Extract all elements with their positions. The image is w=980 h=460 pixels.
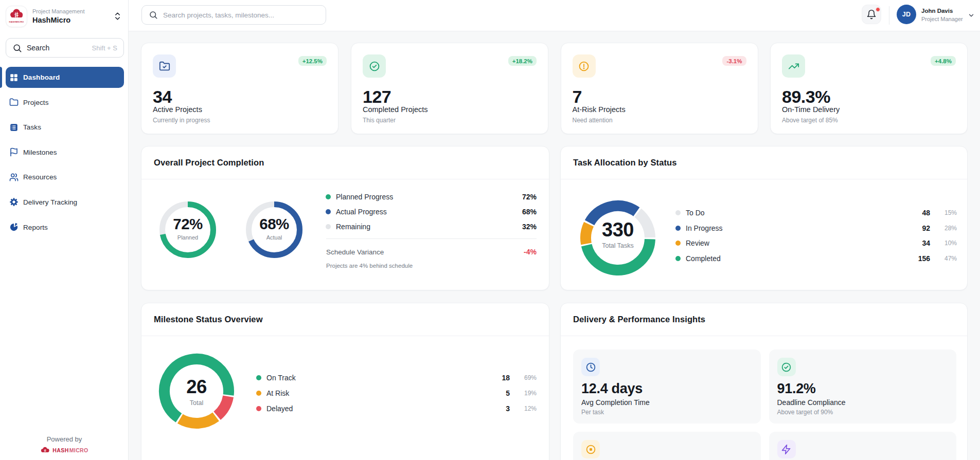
svg-text:HASHMICRO: HASHMICRO — [9, 21, 24, 23]
